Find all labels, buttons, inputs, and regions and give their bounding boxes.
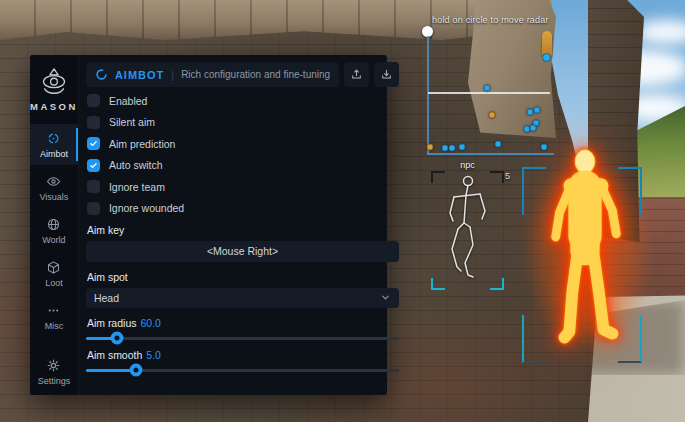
upload-icon [350, 68, 363, 81]
checkbox-label: Aim prediction [109, 138, 176, 150]
sidebar-item-label: Aimbot [40, 149, 68, 159]
player-esp-box [522, 167, 642, 363]
aim-spot-select[interactable]: Head [86, 288, 399, 308]
toggle-aim-prediction[interactable]: Aim prediction [87, 137, 399, 150]
brand-logo: MASON [30, 63, 78, 124]
aim-radius-label: Aim radius60.0 [87, 317, 399, 329]
loot-marker-dot [542, 53, 551, 62]
title-divider: | [171, 69, 174, 81]
export-config-button[interactable] [374, 62, 399, 87]
box-corner [522, 167, 546, 215]
sidebar-item-loot[interactable]: Loot [30, 253, 78, 294]
nav-icon [46, 303, 61, 318]
aimbot-page: AIMBOT | Rich configuration and fine-tun… [79, 55, 411, 395]
toggle-list: Enabled Silent aim Aim prediction Auto s… [86, 94, 399, 215]
sidebar-item-label: Visuals [40, 192, 69, 202]
checkbox-label: Auto switch [109, 159, 163, 171]
chevron-down-icon [380, 292, 391, 303]
cheat-menu-window: MASON Aimbot Visuals World Loot Misc Set… [30, 55, 387, 395]
aim-smooth-track[interactable] [86, 369, 399, 372]
checkbox[interactable] [87, 116, 100, 129]
radar-dot-blue [534, 107, 541, 114]
sidebar: MASON Aimbot Visuals World Loot Misc Set… [30, 55, 79, 395]
check-icon [89, 139, 98, 148]
radar-dot-blue [527, 109, 534, 116]
radar-dot-blue [484, 85, 491, 92]
aim-radius-track[interactable] [86, 337, 399, 340]
game-screen: npc 5 hold on circle to move radar [0, 0, 685, 422]
sidebar-item-label: Loot [45, 278, 63, 288]
checkbox[interactable] [87, 137, 100, 150]
checkbox[interactable] [87, 202, 100, 215]
aim-radius-handle[interactable] [111, 332, 124, 345]
page-header: AIMBOT | Rich configuration and fine-tun… [86, 62, 399, 87]
aim-spot-value: Head [94, 292, 380, 304]
npc-distance-label: 5 [505, 171, 510, 181]
radar-dot-blue [449, 145, 456, 152]
sidebar-item-settings[interactable]: Settings [30, 351, 78, 392]
aim-smooth-handle[interactable] [129, 364, 142, 377]
mason-eye-icon [36, 67, 72, 97]
box-corner [618, 167, 642, 215]
checkbox[interactable] [87, 94, 100, 107]
checkbox-label: Ignore wounded [109, 202, 184, 214]
radar-dot-orange [427, 144, 434, 151]
brand-name: MASON [30, 101, 78, 112]
checkbox-label: Silent aim [109, 116, 155, 128]
sidebar-item-label: Misc [45, 321, 64, 331]
import-config-button[interactable] [344, 62, 369, 87]
npc-esp-label: npc [431, 160, 504, 170]
sidebar-item-label: Settings [38, 376, 71, 386]
aim-radius-slider-row: Aim radius60.0 [86, 317, 399, 340]
sidebar-item-visuals[interactable]: Visuals [30, 167, 78, 208]
radar-dot-blue [541, 144, 548, 151]
aim-key-label: Aim key [87, 224, 399, 236]
toggle-auto-switch[interactable]: Auto switch [87, 159, 399, 172]
nav-icon [46, 131, 61, 146]
nav-icon [46, 217, 61, 232]
ring-icon [95, 68, 108, 81]
aim-smooth-label: Aim smooth5.0 [87, 349, 399, 361]
radar-dot-orange [489, 112, 496, 119]
nav-icon [46, 260, 61, 275]
nav-icon [46, 358, 61, 373]
toggle-enabled[interactable]: Enabled [87, 94, 399, 107]
page-title: AIMBOT [115, 69, 164, 81]
check-icon [89, 161, 98, 170]
aim-smooth-value: 5.0 [146, 349, 161, 361]
toggle-silent-aim[interactable]: Silent aim [87, 116, 399, 129]
radar-left-line [427, 36, 429, 154]
toggle-ignore-wounded[interactable]: Ignore wounded [87, 202, 399, 215]
checkbox[interactable] [87, 180, 100, 193]
aim-key-button[interactable]: <Mouse Right> [86, 241, 399, 262]
nav-icon [46, 174, 61, 189]
radar-horizon-line [428, 92, 550, 94]
toggle-ignore-team[interactable]: Ignore team [87, 180, 399, 193]
aim-spot-label: Aim spot [87, 271, 399, 283]
download-icon [380, 68, 393, 81]
sidebar-item-world[interactable]: World [30, 210, 78, 251]
box-corner [522, 315, 546, 363]
sidebar-item-misc[interactable]: Misc [30, 296, 78, 337]
npc-skeleton [430, 171, 504, 291]
page-title-bar: AIMBOT | Rich configuration and fine-tun… [86, 62, 339, 87]
aim-radius-value: 60.0 [140, 317, 160, 329]
page-subtitle: Rich configuration and fine-tuning [181, 69, 330, 80]
aim-smooth-fill [86, 369, 136, 372]
radar-hint-text: hold on circle to move radar [432, 15, 549, 25]
box-corner [618, 315, 642, 363]
sidebar-item-label: World [42, 235, 65, 245]
aim-smooth-slider-row: Aim smooth5.0 [86, 349, 399, 372]
radar-dot-blue [442, 145, 449, 152]
radar-dot-blue [530, 125, 537, 132]
radar-dot-blue [459, 144, 466, 151]
sidebar-nav: Aimbot Visuals World Loot Misc Settings [30, 124, 78, 392]
checkbox-label: Ignore team [109, 181, 165, 193]
checkbox[interactable] [87, 159, 100, 172]
radar-bottom-line [427, 153, 554, 155]
radar-dot-blue [495, 141, 502, 148]
checkbox-label: Enabled [109, 95, 148, 107]
sidebar-item-aimbot[interactable]: Aimbot [30, 124, 78, 165]
